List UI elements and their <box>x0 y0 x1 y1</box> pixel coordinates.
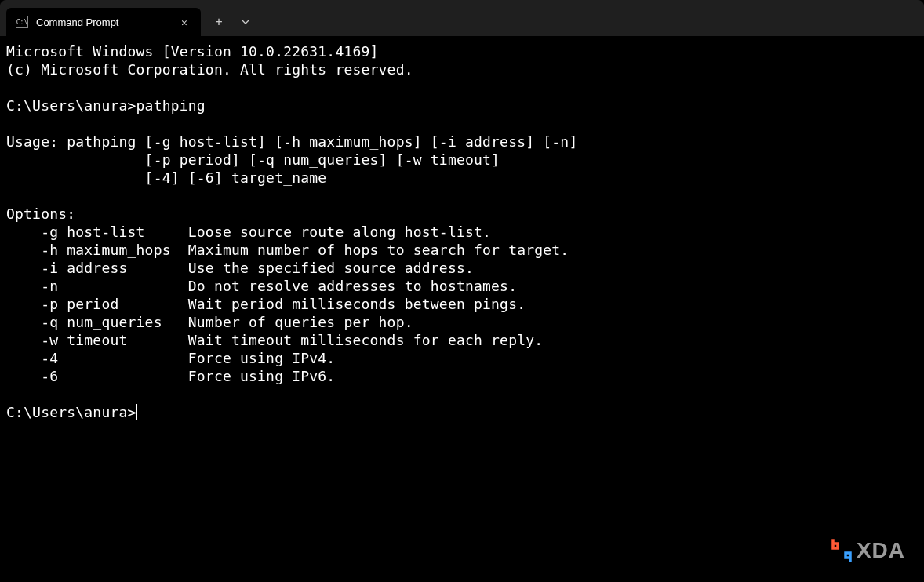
xda-logo-icon <box>831 539 852 562</box>
terminal-output[interactable]: Microsoft Windows [Version 10.0.22631.41… <box>0 36 924 427</box>
cmd-icon: C:\ <box>16 16 28 28</box>
new-tab-button[interactable]: + <box>206 9 232 35</box>
tab-command-prompt[interactable]: C:\ Command Prompt ✕ <box>6 8 201 36</box>
close-icon[interactable]: ✕ <box>177 15 191 29</box>
cursor <box>136 404 138 420</box>
xda-watermark: XDA <box>831 538 905 563</box>
terminal-prompt: C:\Users\anura> <box>6 404 136 420</box>
tab-actions: + <box>201 8 259 36</box>
watermark-text: XDA <box>857 538 905 563</box>
titlebar: C:\ Command Prompt ✕ + <box>0 0 924 36</box>
terminal-lines: Microsoft Windows [Version 10.0.22631.41… <box>6 43 577 384</box>
chevron-down-icon <box>241 17 250 27</box>
tab-title: Command Prompt <box>36 16 169 28</box>
tab-dropdown-button[interactable] <box>232 9 259 35</box>
